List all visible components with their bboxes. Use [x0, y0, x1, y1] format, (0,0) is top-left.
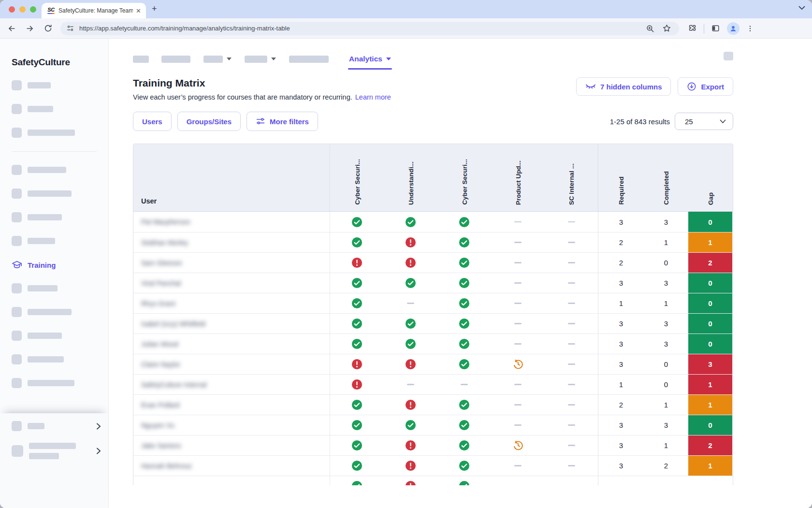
- column-header-course[interactable]: Cyber Securi...: [330, 144, 384, 211]
- column-header-course[interactable]: Product Upd...: [491, 144, 545, 211]
- status-complete-check-icon[interactable]: [405, 217, 416, 228]
- status-complete-check-icon[interactable]: [405, 318, 416, 329]
- bookmark-star-icon[interactable]: [662, 24, 671, 33]
- table-row[interactable]: Rhys Grant110: [133, 293, 733, 313]
- export-button[interactable]: Export: [678, 77, 733, 96]
- table-row[interactable]: Nguyen Vu330: [133, 415, 733, 435]
- column-header-course[interactable]: Understandi...: [384, 144, 437, 211]
- course-status-cell: [330, 293, 384, 313]
- status-overdue-alert-icon[interactable]: [405, 359, 416, 370]
- status-complete-check-icon[interactable]: [459, 399, 470, 410]
- reload-button[interactable]: [44, 24, 53, 33]
- table-row[interactable]: Isabel (Izzy) Whitfield330: [133, 313, 733, 334]
- new-tab-button[interactable]: +: [152, 4, 157, 14]
- table-row[interactable]: [133, 476, 733, 485]
- status-complete-check-icon[interactable]: [459, 440, 470, 451]
- status-complete-check-icon[interactable]: [459, 298, 470, 309]
- status-complete-check-icon[interactable]: [405, 420, 416, 431]
- status-overdue-alert-icon[interactable]: [405, 460, 416, 471]
- status-overdue-alert-icon[interactable]: [351, 359, 362, 370]
- column-header-summary[interactable]: Completed: [644, 144, 688, 211]
- skeleton-bar: [28, 167, 66, 173]
- status-complete-check-icon[interactable]: [351, 338, 362, 349]
- status-complete-check-icon[interactable]: [459, 257, 470, 268]
- status-pending-clock-icon[interactable]: [513, 359, 523, 370]
- status-complete-check-icon[interactable]: [351, 217, 362, 228]
- status-complete-check-icon[interactable]: [351, 460, 362, 471]
- status-overdue-alert-icon[interactable]: [405, 480, 416, 485]
- table-row[interactable]: Siobhan Morley211: [133, 232, 733, 252]
- status-complete-check-icon[interactable]: [459, 338, 470, 349]
- status-complete-check-icon[interactable]: [351, 480, 362, 485]
- extensions-icon[interactable]: [688, 24, 697, 33]
- user-name-cell: Sam Gleeson: [133, 253, 330, 273]
- status-complete-check-icon[interactable]: [351, 440, 362, 451]
- status-complete-check-icon[interactable]: [351, 237, 362, 248]
- page-size-select[interactable]: 25: [675, 113, 733, 130]
- table-row[interactable]: Claire Naylor303: [133, 354, 733, 374]
- groups-sites-filter-button[interactable]: Groups/Sites: [177, 112, 241, 131]
- status-overdue-alert-icon[interactable]: [405, 257, 416, 268]
- sidebar-item-training[interactable]: Training: [12, 260, 108, 270]
- status-pending-clock-icon[interactable]: [513, 440, 523, 451]
- status-complete-check-icon[interactable]: [351, 420, 362, 431]
- close-window-button[interactable]: [9, 6, 15, 13]
- tab-search-chevron-icon[interactable]: [798, 6, 805, 10]
- status-complete-check-icon[interactable]: [459, 217, 470, 228]
- tab-close-icon[interactable]: ✕: [136, 7, 141, 15]
- back-button[interactable]: [7, 24, 16, 33]
- forward-button[interactable]: [25, 24, 35, 33]
- status-complete-check-icon[interactable]: [459, 480, 470, 485]
- status-complete-check-icon[interactable]: [351, 298, 362, 309]
- course-status-cell: [384, 314, 437, 334]
- status-none-dash: [568, 384, 575, 385]
- table-row[interactable]: SafetyCulture Internal101: [133, 374, 733, 394]
- more-filters-button[interactable]: More filters: [246, 112, 318, 131]
- status-complete-check-icon[interactable]: [459, 420, 470, 431]
- address-bar[interactable]: https://app.safetyculture.com/training/m…: [60, 22, 679, 35]
- course-status-cell: [545, 435, 598, 455]
- table-row[interactable]: Jake Santoro312: [133, 435, 733, 455]
- status-complete-check-icon[interactable]: [459, 237, 470, 248]
- table-row[interactable]: Sam Gleeson202: [133, 252, 733, 273]
- status-overdue-alert-icon[interactable]: [351, 379, 362, 390]
- status-complete-check-icon[interactable]: [459, 318, 470, 329]
- status-overdue-alert-icon[interactable]: [405, 399, 416, 410]
- sidebar-footer-item[interactable]: [12, 443, 102, 459]
- completed-cell: 3: [644, 273, 688, 293]
- status-overdue-alert-icon[interactable]: [351, 257, 362, 268]
- status-complete-check-icon[interactable]: [405, 338, 416, 349]
- learn-more-link[interactable]: Learn more: [355, 93, 391, 101]
- sidebar-footer-item[interactable]: [12, 421, 102, 431]
- users-filter-button[interactable]: Users: [133, 112, 172, 131]
- browser-tab[interactable]: SC SafetyCulture: Manage Teams and... ✕: [42, 3, 146, 18]
- status-complete-check-icon[interactable]: [351, 399, 362, 410]
- table-row[interactable]: Julian Wood330: [133, 334, 733, 354]
- status-complete-check-icon[interactable]: [459, 460, 470, 471]
- status-complete-check-icon[interactable]: [351, 318, 362, 329]
- status-complete-check-icon[interactable]: [459, 277, 470, 289]
- zoom-page-icon[interactable]: [646, 24, 654, 33]
- status-complete-check-icon[interactable]: [351, 277, 362, 289]
- column-header-course[interactable]: SC Internal ...: [545, 144, 598, 211]
- browser-menu-icon[interactable]: [746, 25, 754, 32]
- hidden-columns-button[interactable]: 7 hidden columns: [576, 77, 671, 96]
- profile-avatar-button[interactable]: [727, 22, 740, 35]
- status-overdue-alert-icon[interactable]: [405, 237, 416, 248]
- table-row[interactable]: Pat Macpherson330: [133, 212, 733, 232]
- table-row[interactable]: Hannah Behrouz321: [133, 455, 733, 476]
- minimize-window-button[interactable]: [19, 6, 26, 13]
- status-complete-check-icon[interactable]: [459, 359, 470, 370]
- table-row[interactable]: Evan Pollard211: [133, 394, 733, 415]
- table-row[interactable]: Viral Panchal330: [133, 273, 733, 293]
- nav-skeleton-tab: [133, 56, 149, 63]
- status-overdue-alert-icon[interactable]: [405, 440, 416, 451]
- tab-analytics[interactable]: Analytics: [349, 48, 391, 70]
- site-info-icon[interactable]: [66, 24, 74, 32]
- zoom-window-button[interactable]: [30, 6, 36, 13]
- column-header-summary[interactable]: Required: [598, 144, 644, 211]
- column-header-course[interactable]: Cyber Securi...: [437, 144, 491, 211]
- status-complete-check-icon[interactable]: [405, 277, 416, 289]
- side-panel-icon[interactable]: [711, 24, 720, 33]
- column-header-summary[interactable]: Gap: [688, 144, 732, 211]
